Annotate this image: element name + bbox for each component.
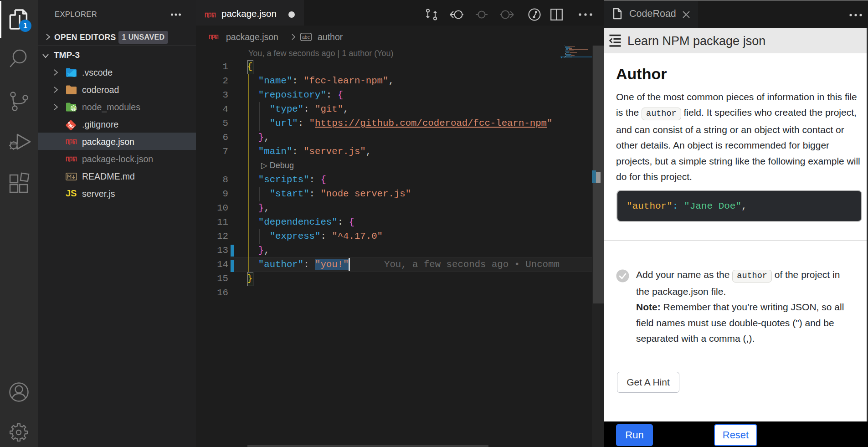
svg-text:abc: abc bbox=[302, 34, 310, 40]
svg-text:JS: JS bbox=[72, 107, 76, 111]
